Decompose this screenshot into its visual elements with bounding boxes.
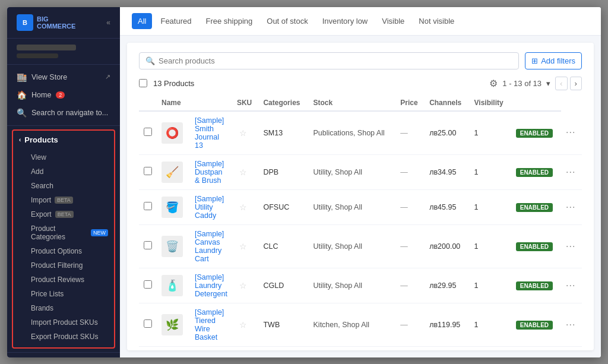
products-collapse-icon: ‹ [19, 137, 21, 143]
sidebar-item-view-store[interactable]: 🏬 View Store ↗ [7, 68, 120, 86]
add-filters-button[interactable]: ⊞ Add filters [525, 52, 582, 69]
row-actions-cell: ··· [561, 224, 582, 268]
product-name[interactable]: [Sample] Utility Caddy [195, 195, 224, 220]
tab-out-of-stock[interactable]: Out of stock [261, 13, 314, 29]
row-checkbox[interactable] [144, 319, 152, 328]
row-checkbox[interactable] [144, 167, 152, 175]
sidebar-item-price-lists[interactable]: Price Lists [25, 287, 114, 301]
product-name[interactable]: [Sample] Canvas Laundry Cart [195, 230, 224, 263]
sidebar-item-product-filtering[interactable]: Product Filtering [25, 258, 114, 273]
table-settings-icon[interactable]: ⚙ [489, 78, 498, 89]
more-actions-button[interactable]: ··· [566, 280, 575, 290]
col-categories: Categories [258, 95, 308, 111]
visibility-badge: ENABLED [516, 321, 553, 330]
more-actions-button[interactable]: ··· [566, 127, 575, 137]
row-price-cell: лв34.95 [425, 346, 469, 350]
products-table-body: ⭕ [Sample] Smith Journal 13 ☆ SM13 Publi… [139, 111, 582, 350]
sidebar-item-search-sub[interactable]: Search [25, 179, 114, 193]
col-actions [511, 95, 561, 111]
row-checkbox[interactable] [144, 202, 152, 210]
star-icon[interactable]: ☆ [239, 242, 247, 251]
row-categories-cell: Publications, Shop All [309, 111, 396, 155]
pagination-info: ⚙ 1 - 13 of 13 ▾ ‹ › [489, 77, 582, 90]
table-row: 🧹 [Sample] Dustpan & Brush ☆ DPB Utility… [139, 154, 582, 189]
more-actions-button[interactable]: ··· [566, 202, 575, 212]
row-star-cell: ☆ [232, 224, 259, 268]
tab-all[interactable]: All [132, 13, 152, 29]
search-sub-label: Search [31, 182, 53, 190]
categories-new-badge: NEW [91, 229, 108, 236]
sidebar-item-view[interactable]: View [25, 150, 114, 164]
product-filtering-label: Product Filtering [31, 261, 83, 270]
page-dropdown-icon[interactable]: ▾ [546, 79, 550, 88]
select-all-checkbox[interactable] [139, 79, 147, 87]
tab-not-visible[interactable]: Not visible [413, 13, 460, 29]
home-badge: 2 [56, 91, 65, 99]
sidebar-item-search[interactable]: 🔍 Search or navigate to... [7, 104, 120, 122]
main-content: All Featured Free shipping Out of stock … [120, 7, 601, 357]
sidebar-item-export[interactable]: Export BETA [25, 207, 114, 221]
sidebar-item-product-options[interactable]: Product Options [25, 244, 114, 258]
row-visibility-cell: ENABLED [511, 346, 561, 350]
tab-featured[interactable]: Featured [154, 13, 197, 29]
more-actions-button[interactable]: ··· [566, 167, 575, 177]
star-icon[interactable]: ☆ [239, 202, 247, 212]
tab-free-shipping[interactable]: Free shipping [200, 13, 259, 29]
star-icon[interactable]: ☆ [239, 167, 247, 177]
filter-icon: ⊞ [531, 56, 538, 65]
sidebar-nav: 🏬 View Store ↗ 🏠 Home 2 🔍 Search or navi… [7, 65, 120, 126]
row-checkbox[interactable] [144, 241, 152, 249]
next-page-button[interactable]: › [570, 77, 582, 90]
more-actions-button[interactable]: ··· [566, 241, 575, 251]
products-header[interactable]: ‹ Products [13, 131, 114, 149]
col-name: Name [157, 95, 190, 111]
row-image-cell: 🗑️ [157, 224, 190, 268]
product-name[interactable]: [Sample] Laundry Detergent [195, 273, 227, 298]
sidebar-item-brands[interactable]: Brands [25, 301, 114, 315]
tab-inventory-low[interactable]: Inventory low [316, 13, 374, 29]
add-filters-label: Add filters [541, 56, 575, 65]
sidebar-item-import-skus[interactable]: Import Product SKUs [25, 315, 114, 330]
user-name-placeholder [17, 45, 76, 50]
view-store-label: View Store [31, 73, 67, 81]
row-checkbox[interactable] [144, 128, 152, 136]
search-input[interactable] [159, 56, 512, 65]
product-name[interactable]: [Sample] Dustpan & Brush [195, 160, 224, 185]
search-bar: 🔍 ⊞ Add filters [139, 52, 582, 69]
collapse-sidebar-button[interactable]: « [106, 18, 110, 27]
table-header: Name SKU Categories Stock Price Channels… [139, 95, 582, 111]
sidebar-help[interactable]: Help ▲ [7, 352, 120, 357]
sidebar-item-product-categories[interactable]: Product Categories NEW [25, 221, 114, 244]
prev-page-button[interactable]: ‹ [555, 77, 567, 90]
sidebar-user [7, 39, 120, 65]
sidebar-item-product-reviews[interactable]: Product Reviews [25, 273, 114, 287]
star-icon[interactable]: ☆ [239, 320, 247, 330]
row-image-cell: 🌿 [157, 303, 190, 346]
star-icon[interactable]: ☆ [239, 281, 247, 290]
row-channels-cell: 1 [470, 189, 511, 224]
row-image-cell: 🧹 [157, 154, 190, 189]
app-window: B BIGCOMMERCE « 🏬 View Store ↗ 🏠 Home 2 … [7, 7, 601, 357]
row-stock-cell: — [395, 154, 425, 189]
row-checkbox-cell [139, 189, 157, 224]
tab-visible[interactable]: Visible [376, 13, 410, 29]
row-actions-cell: ··· [561, 189, 582, 224]
star-icon[interactable]: ☆ [239, 128, 247, 138]
col-stock: Stock [309, 95, 396, 111]
product-name[interactable]: [Sample] Tiered Wire Basket [195, 308, 224, 341]
more-actions-button[interactable]: ··· [566, 319, 575, 330]
product-name[interactable]: [Sample] Smith Journal 13 [195, 116, 224, 150]
visibility-badge: ENABLED [516, 168, 553, 177]
sidebar-item-home[interactable]: 🏠 Home 2 [7, 86, 120, 104]
row-sku-cell: TWB [258, 303, 308, 346]
sidebar-item-export-skus[interactable]: Export Product SKUs [25, 330, 114, 344]
products-table: Name SKU Categories Stock Price Channels… [139, 95, 582, 350]
row-name-cell: [Sample] Canvas Laundry Cart [190, 224, 232, 268]
row-sku-cell: OCG [258, 346, 308, 350]
sidebar-item-import[interactable]: Import BETA [25, 193, 114, 207]
home-icon: 🏠 [17, 90, 27, 100]
search-input-wrap[interactable]: 🔍 [139, 52, 519, 69]
products-title: Products [24, 135, 58, 144]
row-checkbox[interactable] [144, 280, 152, 289]
sidebar-item-add[interactable]: Add [25, 164, 114, 179]
